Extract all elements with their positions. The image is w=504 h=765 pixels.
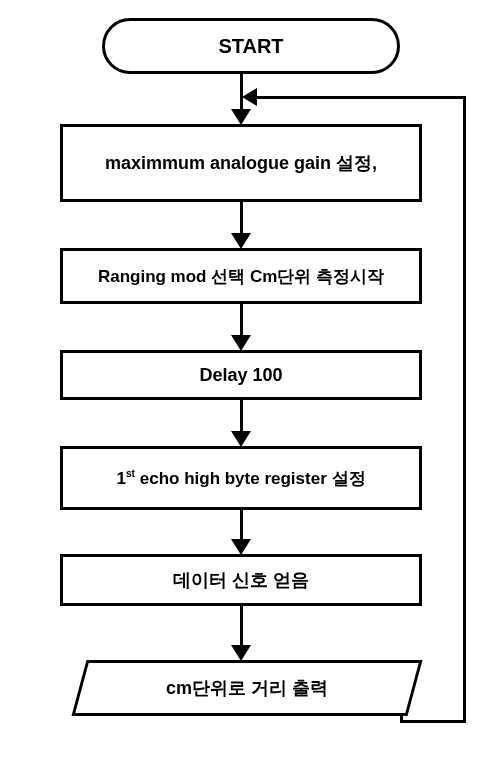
node-output: cm단위로 거리 출력 xyxy=(74,660,419,716)
arrowhead xyxy=(231,335,251,351)
arrowhead xyxy=(231,233,251,249)
node-step4: 1st echo high byte register 설정 xyxy=(60,446,422,510)
edge-loop xyxy=(400,720,466,723)
arrowhead xyxy=(231,109,251,125)
edge-step2-step3 xyxy=(240,304,243,336)
edge-loop xyxy=(463,98,466,723)
arrowhead xyxy=(242,88,257,106)
node-start: START xyxy=(102,18,400,74)
node-step2: Ranging mod 선택 Cm단위 측정시작 xyxy=(60,248,422,304)
node-step1: maximmum analogue gain 설정, xyxy=(60,124,422,202)
arrowhead xyxy=(231,539,251,555)
edge-loop xyxy=(254,96,466,99)
edge-step1-step2 xyxy=(240,202,243,234)
edge-step3-step4 xyxy=(240,400,243,432)
node-step5: 데이터 신호 얻음 xyxy=(60,554,422,606)
edge-step5-output xyxy=(240,606,243,646)
edge-step4-step5 xyxy=(240,510,243,540)
arrowhead xyxy=(231,431,251,447)
flowchart-canvas: START maximmum analogue gain 설정, Ranging… xyxy=(0,0,504,765)
node-step3: Delay 100 xyxy=(60,350,422,400)
arrowhead xyxy=(231,645,251,661)
